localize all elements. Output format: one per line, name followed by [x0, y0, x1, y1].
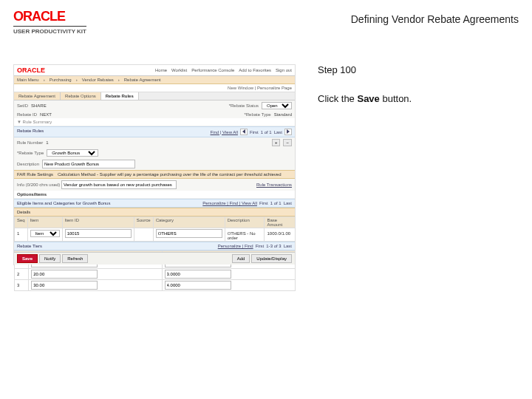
- description-input[interactable]: [42, 160, 135, 168]
- setid-value: SHARE: [31, 103, 47, 108]
- col-source: Source: [134, 217, 153, 228]
- options-last: Last: [284, 201, 292, 205]
- tab-rebate-rules[interactable]: Rebate Rules: [101, 92, 139, 100]
- app-top-links: Home Worklist Performance Console Add to…: [155, 68, 292, 72]
- rebate-rules-label: Rebate Rules: [17, 129, 44, 135]
- tier2-rebate[interactable]: [165, 270, 231, 279]
- tiers-band: Rebate Tiers Personalize | Find First 1-…: [14, 242, 295, 250]
- app-logo: ORACLE: [17, 66, 45, 74]
- rebateid-value: NEXT: [40, 112, 52, 117]
- bottom-bar: Save Notify Refresh Add Update/Display: [14, 252, 295, 265]
- last-label: Last: [274, 130, 282, 134]
- oracle-logo-block: ORACLE USER PRODUCTIVITY KIT: [13, 9, 86, 35]
- click-instruction: Click the Save button.: [318, 93, 519, 104]
- instruction-panel: Step 100 Click the Save button.: [296, 35, 519, 265]
- col-seq: Seq: [15, 217, 28, 228]
- far-rule-label: FAR Rule Settings: [17, 172, 53, 177]
- tiers-first: First: [256, 244, 265, 248]
- first-label: First: [250, 130, 259, 134]
- step-label: Step 100: [318, 64, 519, 75]
- tiers-paging: 1-3 of 3: [266, 244, 281, 248]
- tier2-from[interactable]: [31, 270, 98, 279]
- notify-button[interactable]: Notify: [39, 254, 61, 263]
- app-topbar: ORACLE Home Worklist Performance Console…: [14, 65, 295, 76]
- bc-main[interactable]: Main Menu: [17, 78, 39, 82]
- del-row-icon[interactable]: −: [283, 139, 292, 146]
- oracle-logo: ORACLE: [13, 9, 86, 24]
- info-input[interactable]: [61, 180, 177, 189]
- tiers-last: Last: [284, 244, 292, 248]
- sub-nav[interactable]: New Window | Personalize Page: [14, 84, 295, 92]
- cell-desc: OTHERS - No order: [225, 228, 265, 242]
- link-signout[interactable]: Sign out: [276, 68, 292, 72]
- paging-of: 1 of 1: [261, 130, 272, 134]
- cell-source: [134, 228, 153, 242]
- click-suffix: button.: [380, 93, 412, 104]
- options-grid: Seq Item Item ID Source Category Descrip…: [14, 216, 296, 242]
- tab-rebate-options[interactable]: Rebate Options: [61, 92, 101, 100]
- cell-category-input[interactable]: [156, 229, 222, 238]
- tiers-find[interactable]: Personalize | Find: [218, 244, 253, 248]
- rebateid-row: Rebate ID NEXT *Rebate Type Standard: [14, 111, 295, 118]
- cell-itemid-input[interactable]: [65, 229, 132, 238]
- link-perf-console[interactable]: Performance Console: [191, 68, 234, 72]
- setid-row: SetID SHARE *Rebate Status Open: [14, 100, 295, 111]
- cell-item-select[interactable]: Item: [30, 230, 60, 237]
- rtype-label: *Rebate Type: [244, 112, 270, 117]
- add-row-icon[interactable]: +: [272, 139, 281, 146]
- tiers-hdr: Rebate Tiers: [17, 244, 42, 248]
- cell-base: 1000.0/1.00: [265, 228, 296, 242]
- save-button[interactable]: Save: [17, 254, 38, 263]
- tab-rebate-agreement[interactable]: Rebate Agreement: [14, 92, 61, 100]
- refresh-button[interactable]: Refresh: [62, 254, 88, 263]
- options-sub: Eligible Items and Categories for Growth…: [17, 201, 110, 205]
- rebate-rules-band: Rebate Rules Find | View All First 1 of …: [14, 126, 295, 137]
- rtype-value: Standard: [274, 112, 292, 117]
- options-tab-strip: Details: [14, 208, 295, 216]
- rule-number-value: 1: [46, 140, 48, 145]
- options-items-hdr: Options/Items: [14, 191, 295, 199]
- rule-summary-header[interactable]: ▼ Rule Summary: [14, 118, 295, 126]
- col-category: Category: [153, 217, 225, 228]
- rule-number-label: Rule Number: [17, 140, 43, 145]
- last-icon[interactable]: [284, 129, 292, 135]
- col-desc: Description: [225, 217, 265, 228]
- link-worklist[interactable]: Worklist: [171, 68, 187, 72]
- breadcrumb-bar: Main Menu › Purchasing › Vendor Rebates …: [14, 76, 295, 84]
- click-prefix: Click the: [318, 93, 357, 104]
- description-label: Description: [17, 162, 39, 166]
- add-button[interactable]: Add: [232, 254, 250, 263]
- tier3-rebate[interactable]: [165, 281, 231, 290]
- options-tab-details[interactable]: Details: [17, 210, 30, 214]
- page-title: Defining Vendor Rebate Agreements: [351, 13, 519, 25]
- link-home[interactable]: Home: [155, 68, 167, 72]
- first-icon[interactable]: [240, 129, 248, 135]
- setid-label: SetID: [17, 103, 28, 108]
- far-rule-strip: FAR Rule Settings Calculation Method - S…: [14, 170, 295, 179]
- panel-tabs: Rebate Agreement Rebate Options Rebate R…: [14, 92, 295, 100]
- options-find[interactable]: Personalize | Find | View All: [202, 201, 257, 205]
- oracle-subtitle: USER PRODUCTIVITY KIT: [13, 26, 86, 35]
- bc-purchasing[interactable]: Purchasing: [50, 78, 72, 82]
- tier3-from[interactable]: [31, 281, 98, 290]
- options-first: First: [259, 201, 268, 205]
- options-paging: 1 of 1: [270, 201, 282, 205]
- options-band: Eligible Items and Categories for Growth…: [14, 199, 295, 208]
- find-link[interactable]: Find | View All: [211, 130, 238, 134]
- bc-vendor-rebates[interactable]: Vendor Rebates: [82, 78, 114, 82]
- rebate-type-select[interactable]: Growth Bonus: [47, 149, 98, 157]
- link-add-fav[interactable]: Add to Favorites: [239, 68, 271, 72]
- col-base: Base Amount: [265, 217, 296, 228]
- update-display-button[interactable]: Update/Display: [251, 254, 292, 263]
- col-item: Item: [27, 217, 62, 228]
- bc-rebate-agreement[interactable]: Rebate Agreement: [124, 78, 161, 82]
- page-header: ORACLE USER PRODUCTIVITY KIT Defining Ve…: [0, 0, 532, 35]
- info-label: Info (0/200 chrs used): [17, 183, 60, 187]
- click-bold: Save: [357, 93, 379, 104]
- rebateid-label: Rebate ID: [17, 112, 37, 117]
- app-screenshot: ORACLE Home Worklist Performance Console…: [13, 64, 296, 265]
- col-itemid: Item ID: [62, 217, 134, 228]
- rule-transactions-link[interactable]: Rule Transactions: [256, 183, 292, 187]
- status-select[interactable]: Open: [262, 102, 292, 109]
- cell-seq: 1: [15, 228, 28, 242]
